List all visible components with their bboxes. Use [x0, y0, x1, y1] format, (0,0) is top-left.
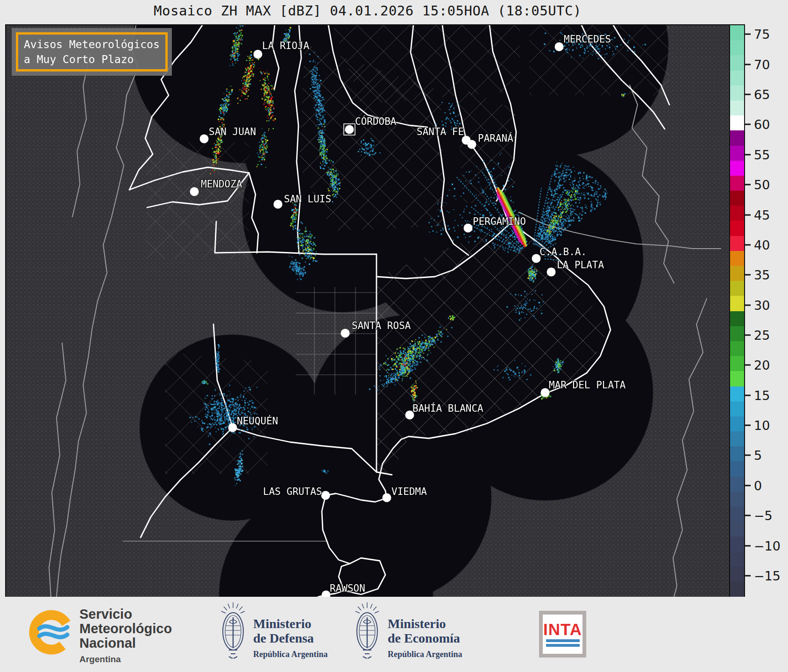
colorbar-segment — [730, 492, 744, 507]
warning-annotation-line1: Avisos Meteorológicos — [24, 37, 160, 52]
colorbar-tick: 5 — [745, 448, 762, 463]
colorbar-segment — [730, 71, 744, 86]
city-label: RAWSON — [330, 583, 365, 594]
smn-line4: Argentina — [79, 652, 172, 666]
footer: Servicio Meteorológico Nacional Argentin… — [0, 597, 788, 672]
city-label: SAN JUAN — [209, 126, 256, 137]
inta-bar-2 — [546, 644, 580, 647]
colorbar-tick: 65 — [745, 87, 770, 102]
ministerio-defensa-text: Ministerio de Defensa República Argentin… — [253, 616, 328, 662]
city-dot — [200, 135, 209, 143]
colorbar-tick: 20 — [745, 358, 770, 372]
inta-logo: INTA — [539, 611, 586, 658]
city-label: LA RIOJA — [262, 40, 309, 51]
colorbar-segment — [730, 431, 744, 446]
colorbar-tick: 50 — [745, 178, 770, 192]
colorbar-segment — [730, 461, 744, 476]
city-dot — [341, 329, 350, 338]
colorbar-segment — [730, 115, 744, 130]
colorbar-segment — [730, 251, 744, 266]
warning-annotation-box: Avisos Meteorológicos a Muy Corto Plazo — [12, 28, 172, 76]
economia-line2: de Economía — [388, 631, 462, 645]
city-label: LAS GRUTAS — [263, 486, 322, 497]
city-dot — [383, 493, 391, 502]
colorbar-segment — [730, 477, 744, 492]
city-label: SANTA ROSA — [352, 320, 411, 331]
colorbar-tick: 45 — [745, 207, 770, 222]
colorbar-tick: 40 — [745, 237, 770, 252]
dbz-colorbar — [729, 24, 745, 598]
city-dot — [274, 200, 283, 209]
colorbar-segment — [730, 281, 744, 296]
colorbar-segment — [730, 40, 744, 55]
city-label: NEUQUÉN — [237, 415, 278, 427]
economia-crest-icon — [354, 601, 381, 660]
city-dot — [190, 187, 199, 196]
ministerio-economia-text: Ministerio de Economía República Argenti… — [388, 616, 462, 662]
colorbar-tick: 25 — [745, 328, 770, 342]
inta-logo-inner: INTA — [543, 615, 582, 654]
colorbar-segment — [730, 401, 744, 416]
city-label: PERGAMINO — [473, 216, 526, 227]
colorbar-tick: 55 — [745, 147, 770, 162]
colorbar-segment — [730, 221, 744, 236]
city-dot — [555, 43, 564, 51]
smn-logo-text: Servicio Meteorológico Nacional Argentin… — [79, 607, 172, 666]
radar-echoes-layer — [6, 25, 729, 597]
colorbar-tick: 75 — [745, 27, 770, 42]
warning-annotation-border: Avisos Meteorológicos a Muy Corto Plazo — [16, 32, 168, 71]
colorbar-segment — [730, 236, 744, 251]
colorbar-segment — [730, 55, 744, 70]
city-label: BAHÍA BLANCA — [412, 403, 483, 414]
colorbar-segment — [730, 522, 744, 536]
radar-map: MERCEDESLA RIOJASAN JUANCÓRDOBASANTA FEP… — [5, 24, 730, 598]
colorbar-segment — [730, 266, 744, 281]
colorbar-tick: 0 — [745, 478, 762, 493]
colorbar-segment — [730, 176, 744, 191]
colorbar-segment — [730, 507, 744, 522]
city-label: SAN LUIS — [284, 193, 331, 205]
colorbar-segment — [730, 191, 744, 206]
colorbar-tick: 60 — [745, 117, 770, 132]
page-title: Mosaico ZH MAX [dBZ] 04.01.2026 15:05HOA… — [6, 3, 729, 19]
colorbar-tick: 10 — [745, 418, 770, 433]
smn-line1: Servicio — [79, 607, 172, 622]
city-dot — [228, 423, 237, 432]
smn-line3: Nacional — [79, 636, 172, 651]
city-label: PARANÁ — [478, 133, 513, 144]
inta-bar-1 — [546, 639, 580, 642]
colorbar-segment — [730, 416, 744, 431]
colorbar-segment — [730, 100, 744, 115]
colorbar-segment — [730, 326, 744, 341]
colorbar-tick: 30 — [745, 298, 770, 312]
defensa-crest-icon — [220, 601, 247, 660]
colorbar-tick: 70 — [745, 57, 770, 71]
colorbar-tick: −5 — [745, 508, 773, 523]
colorbar-tick: 35 — [745, 268, 770, 282]
colorbar-segment — [730, 371, 744, 386]
city-dot — [468, 140, 476, 149]
smn-logo-icon — [28, 609, 75, 656]
colorbar-tick: −10 — [745, 538, 781, 553]
city-dot — [547, 268, 556, 277]
colorbar-segment — [730, 446, 744, 461]
colorbar-segment — [730, 536, 744, 551]
colorbar-segment — [730, 25, 744, 40]
city-dot — [541, 388, 550, 397]
city-dot — [464, 224, 473, 233]
colorbar-segment — [730, 356, 744, 371]
colorbar-segment — [730, 311, 744, 326]
city-label: VIEDMA — [391, 486, 427, 497]
city-label: MERCEDES — [564, 34, 611, 45]
city-dot — [254, 50, 263, 59]
city-dot — [321, 491, 330, 500]
defensa-line2: de Defensa — [253, 631, 328, 645]
city-label: LA PLATA — [557, 259, 604, 271]
colorbar-segment — [730, 161, 744, 176]
colorbar-segment — [730, 146, 744, 161]
city-dot — [345, 125, 354, 134]
city-label: C.A.B.A. — [540, 246, 587, 257]
colorbar-segment — [730, 582, 744, 597]
colorbar-segment — [730, 296, 744, 311]
economia-line1: Ministerio — [388, 616, 462, 631]
